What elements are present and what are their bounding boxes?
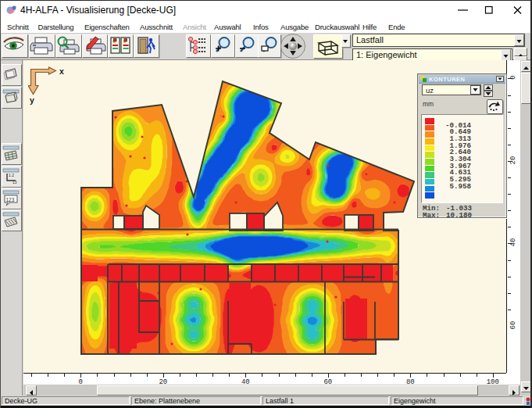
svg-text:13: 13	[12, 180, 17, 184]
svg-text:123: 123	[6, 197, 15, 202]
svg-text:x: x	[59, 66, 64, 76]
svg-text:1.2: 1.2	[9, 173, 14, 177]
svg-text:y: y	[30, 95, 34, 105]
